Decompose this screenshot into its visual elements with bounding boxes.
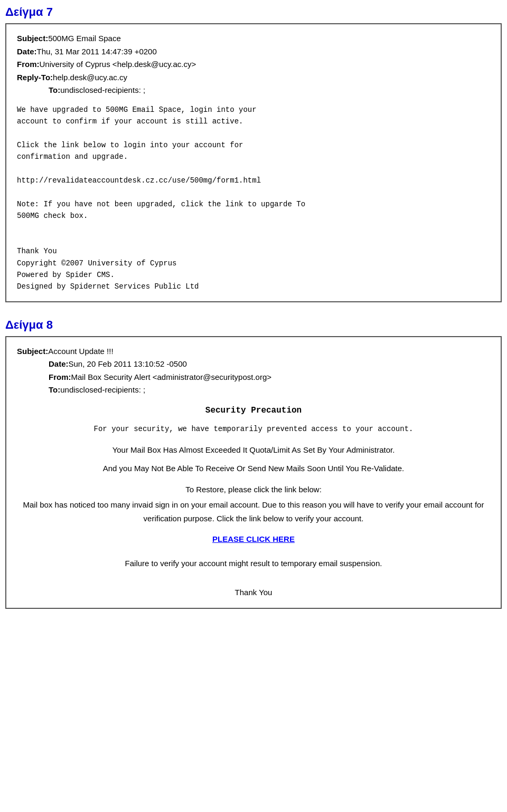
date-label-8: Date:	[49, 359, 69, 368]
email-body-8: Security Precaution For your security, w…	[17, 404, 490, 599]
to-label-7: To:	[49, 85, 60, 94]
body-title-8: Security Precaution	[17, 404, 490, 418]
date-line-7: Date:Thu, 31 Mar 2011 14:47:39 +0200	[17, 46, 490, 58]
replyto-line-7: Reply-To:help.desk@ucy.ac.cy	[17, 72, 490, 84]
please-click-link[interactable]: PLEASE CLICK HERE	[212, 534, 295, 543]
email-header-7: Subject:500MG Email Space Date:Thu, 31 M…	[17, 33, 490, 97]
body-line4-8: To Restore, please click the link below:	[17, 483, 490, 496]
replyto-label-7: Reply-To:	[17, 73, 53, 82]
body-line5-8: Mail box has noticed too many invaid sig…	[17, 498, 490, 525]
email-box-7: Subject:500MG Email Space Date:Thu, 31 M…	[5, 23, 502, 302]
subject-value-8: Account Update !!!	[48, 347, 113, 356]
body-line6-8: Failure to verify your account might res…	[17, 557, 490, 570]
subject-line-7: Subject:500MG Email Space	[17, 33, 490, 45]
from-line-7: From:University of Cyprus <help.desk@ucy…	[17, 59, 490, 71]
subject-line-8: Subject:Account Update !!!	[17, 346, 490, 358]
from-value-8: Mail Box Security Alert <administrator@s…	[71, 372, 272, 381]
replyto-value-7: help.desk@ucy.ac.cy	[53, 73, 127, 82]
date-line-8: Date:Sun, 20 Feb 2011 13:10:52 -0500	[49, 358, 490, 370]
section-8: Δείγμα 8 Subject:Account Update !!! Date…	[5, 318, 502, 609]
to-value-8: undisclosed-recipients: ;	[60, 385, 145, 394]
section-7-title: Δείγμα 7	[5, 5, 502, 19]
to-line-8: To:undisclosed-recipients: ;	[49, 384, 490, 396]
section-7: Δείγμα 7 Subject:500MG Email Space Date:…	[5, 5, 502, 302]
subject-label-7: Subject:	[17, 34, 48, 43]
to-line-7: To:undisclosed-recipients: ;	[49, 84, 490, 97]
subject-label-8: Subject:	[17, 347, 48, 356]
body-footer-8: Thank You	[17, 586, 490, 599]
to-label-8: To:	[49, 385, 60, 394]
body-link-8[interactable]: PLEASE CLICK HERE	[17, 532, 490, 546]
email-header-8: Subject:Account Update !!! Date:Sun, 20 …	[17, 346, 490, 396]
date-label-7: Date:	[17, 47, 37, 56]
from-label-8: From:	[49, 372, 71, 381]
body-line1-8: For your security, we have temporarily p…	[17, 423, 490, 436]
section-8-title: Δείγμα 8	[5, 318, 502, 332]
from-label-7: From:	[17, 60, 40, 69]
from-value-7: University of Cyprus <help.desk@ucy.ac.c…	[40, 60, 196, 69]
subject-value-7: 500MG Email Space	[48, 34, 121, 43]
body-line2-8: Your Mail Box Has Almost Exceeded It Quo…	[17, 443, 490, 457]
from-line-8: From:Mail Box Security Alert <administra…	[49, 371, 490, 384]
email-box-8: Subject:Account Update !!! Date:Sun, 20 …	[5, 336, 502, 609]
email-body-7: We have upgraded to 500MG Email Space, l…	[17, 104, 490, 293]
date-value-8: Sun, 20 Feb 2011 13:10:52 -0500	[69, 359, 187, 368]
body-line3-8: And you May Not Be Able To Receive Or Se…	[17, 462, 490, 475]
to-value-7: undisclosed-recipients: ;	[60, 85, 145, 94]
date-value-7: Thu, 31 Mar 2011 14:47:39 +0200	[37, 47, 157, 56]
